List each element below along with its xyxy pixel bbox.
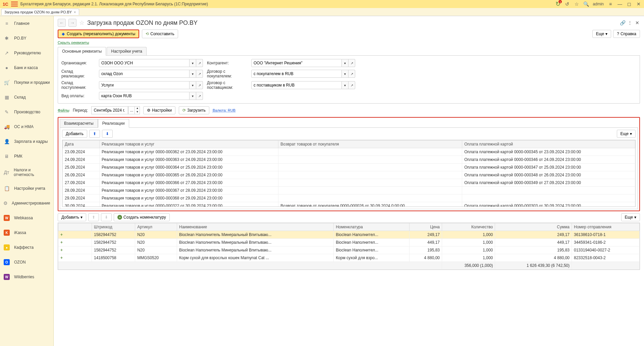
settings-icon[interactable]: ≡ — [608, 1, 613, 7]
files-link[interactable]: Файлы — [58, 108, 69, 112]
sidebar-item-17[interactable]: WWildberries — [0, 270, 53, 284]
item-row[interactable]: +1582944752N20Bioclean Наполнитель Минер… — [58, 239, 640, 246]
add-item-button[interactable]: Добавить ▾ — [58, 213, 86, 221]
input-receipt-warehouse[interactable]: ▾↗ — [99, 81, 203, 89]
history-icon[interactable]: ↺ — [565, 1, 570, 7]
sidebar-item-15[interactable]: ●Каффеста — [0, 240, 53, 255]
sidebar-item-10[interactable]: ДтНалоги и отчетность — [0, 164, 53, 181]
close-icon[interactable]: ✕ — [635, 20, 640, 25]
item-row[interactable]: +1582944752N20Bioclean Наполнитель Минер… — [58, 246, 640, 254]
sidebar-item-12[interactable]: ⚙Администрирование — [0, 196, 53, 211]
hide-requisites-link[interactable]: Скрыть реквизиты — [58, 41, 89, 45]
move-up-button[interactable]: ⬆ — [89, 130, 100, 138]
table-row[interactable]: 23.09.2024Реализация товаров и услуг 000… — [63, 148, 635, 156]
realizations-table-wrap: Дата Реализация товаров и услуг Возврат … — [62, 140, 636, 207]
more-items-button[interactable]: Еще ▾ — [621, 213, 640, 221]
sidebar-item-3[interactable]: ●Банк и касса — [0, 60, 53, 75]
tab-realizations[interactable]: Реализации — [98, 119, 129, 128]
input-supplier-contract[interactable]: ▾↗ — [251, 81, 355, 89]
sidebar-item-7[interactable]: 🚚ОС и НМА — [0, 119, 53, 134]
input-organization[interactable]: ▾↗ — [99, 59, 203, 67]
sidebar-item-2[interactable]: ↗Руководителю — [0, 46, 53, 60]
sidebar-icon: ▦ — [3, 94, 10, 101]
more-icon[interactable]: ⋮ — [627, 20, 633, 25]
load-button[interactable]: ⟳ Загрузить — [179, 106, 209, 114]
tab-close-icon[interactable]: × — [74, 10, 76, 14]
currency-link[interactable]: Валюта: RUB — [213, 108, 235, 112]
link-icon[interactable]: 🔗 — [620, 20, 625, 25]
sidebar-icon: ≡ — [3, 20, 10, 27]
input-counterparty[interactable]: ▾↗ — [251, 59, 355, 67]
table-row[interactable]: 28.09.2024Реализация товаров и услуг 000… — [63, 187, 635, 194]
sidebar-label: Банк и касса — [14, 65, 38, 70]
menu-icon[interactable] — [11, 2, 18, 6]
maximize-icon[interactable]: ◻ — [627, 1, 632, 7]
item-up-button[interactable]: ⬆ — [88, 213, 99, 221]
notification-icon[interactable]: ↻1 — [555, 1, 560, 7]
more-button[interactable]: Еще ▾ — [592, 30, 611, 38]
tab-main-requisites[interactable]: Основные реквизиты — [58, 47, 106, 56]
label-organization: Организация: — [61, 61, 95, 65]
label-payment-type: Вид оплаты: — [61, 94, 95, 98]
move-down-button[interactable]: ⬇ — [102, 130, 113, 138]
table-row[interactable]: 27.09.2024Реализация товаров и услуг 000… — [63, 179, 635, 187]
nav-forward-button[interactable]: → — [68, 19, 76, 27]
sidebar-label: Зарплата и кадры — [14, 139, 48, 144]
sidebar-label: Налоги и отчетность — [14, 168, 50, 177]
sidebar-label: Wildberries — [14, 275, 34, 279]
sidebar-item-0[interactable]: ≡Главное — [0, 16, 53, 31]
user-label[interactable]: admin — [593, 2, 604, 6]
help-button[interactable]: ? Справка — [613, 30, 640, 38]
compare-button[interactable]: ⟲ Сопоставить — [142, 30, 178, 38]
sidebar-item-6[interactable]: ✎Производство — [0, 105, 53, 119]
sidebar: ≡Главное✱PO.BY↗Руководителю●Банк и касса… — [0, 16, 54, 346]
settings-button[interactable]: ⚙ Настройки — [143, 106, 175, 114]
favorite-icon[interactable]: ☆ — [79, 19, 85, 26]
input-buyer-contract[interactable]: ▾↗ — [251, 70, 355, 78]
table-row[interactable]: 25.09.2024Реализация товаров и услуг 000… — [63, 164, 635, 171]
form-body: Организация: ▾↗ Контрагент: ▾↗ Склад реа… — [58, 56, 640, 104]
sidebar-item-5[interactable]: ▦Склад — [0, 90, 53, 105]
sidebar-label: iKassa — [14, 230, 26, 235]
document-tab[interactable]: Загрузка продаж OZON по дням PO.BY × — [1, 9, 79, 15]
period-input[interactable]: ... ▲▼ — [91, 106, 140, 114]
sidebar-item-11[interactable]: 📋Настройки учета — [0, 181, 53, 196]
sidebar-item-9[interactable]: 🖥РМК — [0, 149, 53, 164]
table-row[interactable]: 24.09.2024Реализация товаров и услуг 000… — [63, 156, 635, 164]
sidebar-icon: Дт — [3, 169, 10, 176]
minimize-icon[interactable]: — — [617, 1, 623, 7]
nav-back-button[interactable]: ← — [58, 19, 66, 27]
sidebar-item-14[interactable]: KiKassa — [0, 225, 53, 240]
realizations-section: Взаиморасчеты Реализации Добавить ⬆ ⬇ Ещ… — [58, 117, 640, 211]
input-payment-type[interactable]: ▾↗ — [99, 92, 203, 100]
more-table-button[interactable]: Еще ▾ — [617, 130, 636, 138]
sidebar-item-16[interactable]: OOZON — [0, 255, 53, 270]
table-row[interactable]: 30.09.2024Реализация товаров и услуг 000… — [63, 202, 635, 207]
create-nomenclature-button[interactable]: + Создать номенклатуру — [114, 213, 170, 221]
sidebar-icon: K — [3, 229, 10, 236]
item-down-button[interactable]: ⬇ — [101, 213, 112, 221]
sidebar-item-4[interactable]: 🛒Покупки и продажи — [0, 75, 53, 90]
sidebar-label: Webkassa — [14, 216, 33, 220]
add-row-button[interactable]: Добавить — [62, 130, 87, 138]
realizations-table[interactable]: Дата Реализация товаров и услуг Возврат … — [62, 140, 635, 207]
label-receipt-warehouse: Склад поступления: — [61, 80, 95, 90]
item-row[interactable]: +1582944752N20Bioclean Наполнитель Минер… — [58, 231, 640, 239]
table-row[interactable]: 26.09.2024Реализация товаров и услуг 000… — [63, 171, 635, 179]
close-window-icon[interactable]: ✕ — [636, 1, 641, 7]
star-icon[interactable]: ☆ — [574, 1, 579, 7]
sidebar-item-13[interactable]: WWebkassa — [0, 211, 53, 225]
table-row[interactable]: 29.09.2024Реализация товаров и услуг 000… — [63, 194, 635, 202]
items-table[interactable]: Штрихкод Артикул Наименование Номенклату… — [58, 223, 640, 270]
input-sale-warehouse[interactable]: ▾↗ — [99, 70, 203, 78]
create-documents-button[interactable]: ◆ Создать (перезаполнить) документы — [58, 30, 139, 38]
sidebar-item-1[interactable]: ✱PO.BY — [0, 31, 53, 46]
page-title: Загрузка продаж OZON по дням PO.BY — [87, 19, 198, 26]
search-icon[interactable]: 🔍 — [583, 1, 589, 7]
sidebar-label: Администрирование — [12, 201, 50, 206]
item-row[interactable]: +1418500758MMGS0520Корм сухой для взросл… — [58, 254, 640, 262]
tab-accounting-settings[interactable]: Настройки учета — [107, 47, 147, 55]
tab-settlements[interactable]: Взаиморасчеты — [60, 119, 98, 127]
sidebar-icon: ● — [3, 244, 10, 251]
sidebar-item-8[interactable]: 👤Зарплата и кадры — [0, 134, 53, 149]
